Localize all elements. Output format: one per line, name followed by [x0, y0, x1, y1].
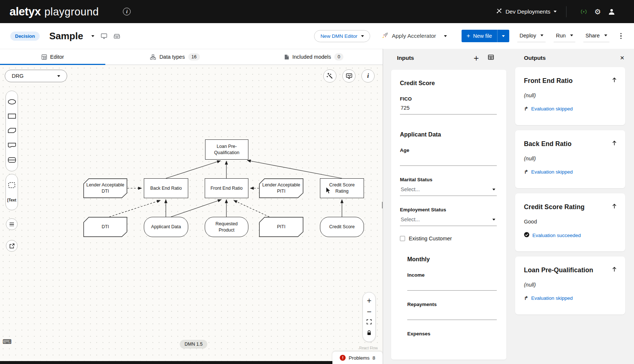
output-card: Loan Pre-Qualification (null) ↱ Evaluati… [515, 256, 625, 314]
bkm-node[interactable]: Lender Acceptable PITI [259, 178, 303, 198]
fico-input[interactable] [400, 102, 497, 114]
share-label: Share [586, 33, 600, 39]
palette-input-data-shape[interactable] [8, 99, 16, 105]
outputs-panel-header: Outputs ✕ [509, 49, 634, 67]
evaluation-highlights-button[interactable] [342, 69, 356, 83]
bkm-node[interactable]: DTI [83, 217, 127, 237]
tab-data-types[interactable]: Data types 16 [105, 49, 245, 65]
fico-label: FICO [400, 96, 497, 102]
employment-status-select[interactable]: Select... [400, 213, 497, 226]
tab-editor-label: Editor [50, 54, 64, 60]
bkm-node[interactable]: Lender Acceptable DTI [83, 178, 127, 198]
inputs-panel: Inputs + Credit Score FICO Applicant Dat… [383, 49, 509, 364]
table-view-icon[interactable] [488, 55, 494, 61]
apply-accelerator-menu[interactable]: Apply Accelerator [382, 32, 447, 40]
preview-monitor-icon[interactable] [101, 33, 107, 39]
problems-label: Problems [349, 355, 369, 361]
evaluation-status-link[interactable]: ↱ Evaluation skipped [524, 295, 617, 301]
settings-gear-icon[interactable]: ⚙ [591, 5, 605, 19]
file-type-badge: Decision [10, 32, 40, 41]
tools-icon [496, 8, 502, 15]
file-name-title[interactable]: Sample [49, 30, 83, 42]
brand-logo[interactable]: aletyx playground [10, 5, 99, 18]
existing-customer-row[interactable]: Existing Customer [400, 236, 497, 241]
input-data-node[interactable]: Credit Score [320, 217, 364, 237]
section-applicant-data: Applicant Data [400, 131, 497, 138]
dev-deployments-menu[interactable]: Dev Deployments [496, 8, 557, 15]
drg-view-select[interactable]: DRG [5, 70, 67, 82]
data-types-hierarchy-icon [150, 54, 156, 60]
palette-text-annotation[interactable]: [Text [7, 198, 16, 202]
arrow-up-icon[interactable] [612, 77, 617, 83]
save-archive-icon[interactable] [114, 34, 120, 39]
mouse-cursor [326, 187, 332, 194]
new-file-chevron[interactable] [498, 35, 509, 37]
run-dropdown[interactable]: Run [554, 30, 575, 42]
editor-tabbar: Editor Data types 16 Included models 0 [0, 49, 383, 65]
add-input-row-button[interactable]: + [473, 54, 479, 62]
kebab-menu-icon[interactable] [619, 32, 623, 41]
evaluation-status-link[interactable]: ↱ Evaluation skipped [524, 106, 617, 112]
keyboard-shortcuts-icon[interactable]: ⌨ [3, 338, 12, 345]
palette-group-shape[interactable] [8, 182, 15, 188]
new-file-label: New file [473, 33, 492, 39]
income-input[interactable] [407, 278, 497, 291]
lock-button[interactable] [367, 330, 371, 336]
output-name: Loan Pre-Qualification [524, 266, 593, 274]
input-data-node[interactable]: Applicant Data [144, 217, 188, 237]
included-models-count-badge: 0 [334, 53, 343, 61]
dev-deployments-label: Dev Deployments [506, 8, 550, 15]
chevron-down-icon [492, 219, 495, 221]
deploy-dropdown[interactable]: Deploy [517, 30, 546, 42]
tab-editor[interactable]: Editor [0, 49, 105, 65]
palette-decision-service-shape[interactable] [8, 157, 16, 163]
marital-status-select[interactable]: Select... [400, 183, 497, 196]
diagram-edges [0, 65, 383, 364]
problems-drawer-toggle[interactable]: ! Problems 8 [332, 352, 383, 364]
connection-status-icon[interactable] [577, 5, 591, 19]
arrow-up-icon[interactable] [612, 140, 617, 146]
arrow-up-icon[interactable] [612, 266, 617, 272]
user-avatar-icon[interactable] [605, 5, 619, 19]
share-dropdown[interactable]: Share [583, 30, 609, 42]
decision-node[interactable]: Back End Ratio [144, 178, 188, 198]
palette-bkm-shape[interactable] [8, 128, 16, 133]
existing-customer-checkbox[interactable] [400, 236, 405, 241]
bkm-node[interactable]: PITI [259, 217, 303, 237]
new-file-split-button[interactable]: + New file [462, 30, 510, 42]
chevron-down-icon [554, 11, 557, 12]
expenses-label: Expenses [407, 331, 497, 336]
repayments-input[interactable] [407, 307, 497, 320]
skip-arrow-icon: ↱ [524, 106, 528, 112]
open-external-button[interactable] [6, 240, 18, 252]
fit-view-button[interactable] [367, 319, 372, 325]
diagram-info-button[interactable]: i [361, 69, 375, 83]
employment-status-label: Employment Status [400, 207, 497, 212]
dmn-diagram-canvas[interactable]: Loan Pre-Qualification Lender Acceptable… [0, 65, 383, 364]
new-file-button[interactable]: + New file [462, 32, 498, 40]
palette-decision-shape[interactable] [8, 113, 16, 119]
evaluation-status-link[interactable]: ↱ Evaluation skipped [524, 169, 617, 175]
close-icon[interactable]: ✕ [620, 55, 624, 61]
age-input[interactable] [400, 153, 497, 166]
output-name: Credit Score Rating [524, 203, 584, 211]
error-circle-icon: ! [340, 355, 346, 361]
masthead-actions: Dev Deployments ⚙ [496, 5, 634, 19]
evaluation-status-link[interactable]: Evaluation succeeded [524, 232, 617, 239]
new-dmn-editor-button[interactable]: New DMN Editor [314, 30, 370, 42]
zoom-out-button[interactable]: − [367, 309, 372, 315]
auto-layout-wand-button[interactable] [323, 69, 336, 83]
tab-included-models[interactable]: Included models 0 [245, 49, 383, 65]
arrow-up-icon[interactable] [612, 203, 617, 209]
properties-list-button[interactable] [6, 218, 18, 230]
about-info-icon[interactable]: i [123, 8, 131, 15]
palette-knowledge-source-shape[interactable] [8, 142, 16, 148]
decision-node[interactable]: Loan Pre-Qualification [205, 139, 248, 160]
deploy-label: Deploy [520, 33, 536, 39]
zoom-in-button[interactable]: + [367, 298, 372, 304]
file-name-chevron-icon[interactable] [91, 35, 94, 37]
input-data-node[interactable]: Requested Product [205, 217, 248, 237]
output-card: Credit Score Rating Good Evaluation succ… [515, 193, 625, 251]
decision-node[interactable]: Front End Ratio [205, 178, 248, 198]
problems-count: 8 [372, 355, 375, 361]
